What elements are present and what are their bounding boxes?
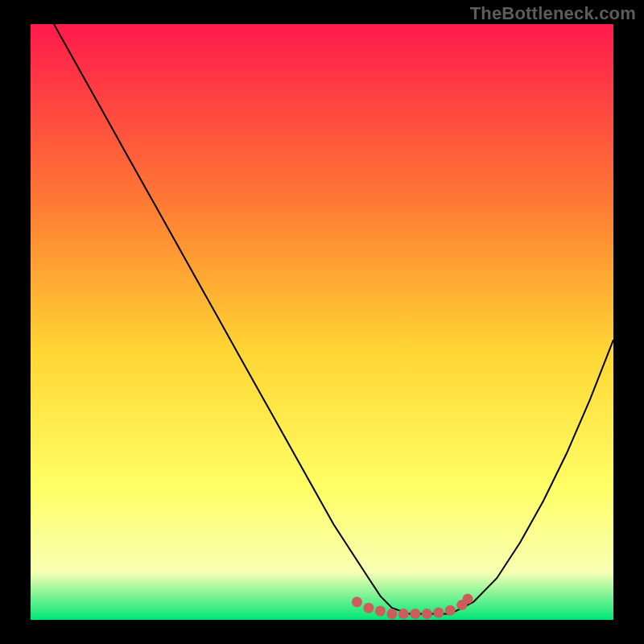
trough-dot: [410, 609, 420, 619]
trough-dot: [352, 597, 362, 607]
trough-dot: [463, 594, 473, 605]
chart-frame: TheBottleneck.com: [0, 0, 644, 644]
trough-dot: [375, 605, 386, 616]
trough-dot: [445, 605, 456, 616]
watermark-text: TheBottleneck.com: [470, 3, 636, 24]
trough-dot: [386, 609, 397, 619]
trough-dot: [363, 603, 374, 613]
bottleneck-chart: [0, 0, 644, 644]
trough-dot: [398, 609, 409, 619]
trough-dot: [422, 609, 432, 619]
trough-dot: [433, 608, 444, 618]
